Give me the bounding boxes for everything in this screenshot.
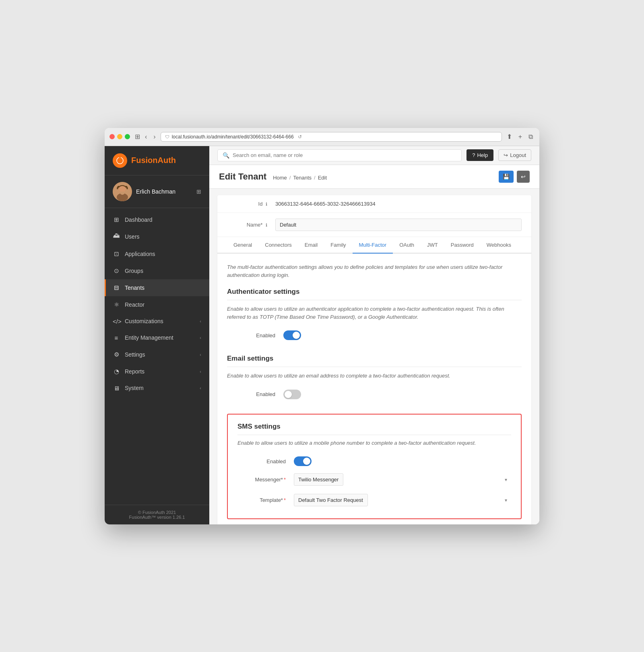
settings-icon: ⚙ bbox=[113, 351, 120, 358]
template-select[interactable]: Default Two Factor Request bbox=[294, 494, 368, 506]
footer-line1: © FusionAuth 2021 bbox=[113, 510, 201, 515]
reload-icon[interactable]: ↺ bbox=[298, 134, 302, 140]
sidebar-item-dashboard[interactable]: ⊞ Dashboard bbox=[105, 211, 209, 228]
save-button[interactable]: 💾 bbox=[499, 171, 514, 183]
profile-info: Erlich Bachman bbox=[136, 188, 175, 195]
users-label: Users bbox=[125, 233, 140, 240]
back-nav-button[interactable]: ↩ bbox=[517, 171, 530, 183]
messenger-select[interactable]: Twilio Messenger bbox=[294, 473, 343, 486]
page-title: Edit Tenant bbox=[219, 171, 266, 182]
authenticator-enabled-label: Enabled bbox=[227, 332, 283, 338]
name-label: Name* ℹ bbox=[227, 222, 275, 228]
close-button[interactable] bbox=[109, 134, 115, 139]
sms-toggle-slider bbox=[294, 456, 312, 466]
sms-description: Enable to allow users to utilize a mobil… bbox=[237, 439, 511, 447]
help-button[interactable]: ? Help bbox=[466, 149, 493, 161]
top-header: 🔍 ? Help ↪ Logout bbox=[209, 146, 539, 165]
authenticator-enabled-row: Enabled bbox=[227, 327, 522, 343]
sidebar-profile: Erlich Bachman ⊞ bbox=[105, 175, 209, 208]
tab-connectors[interactable]: Connectors bbox=[258, 237, 298, 254]
sidebar-item-label: Dashboard bbox=[125, 217, 153, 223]
tab-multi-factor[interactable]: Multi-Factor bbox=[353, 237, 393, 254]
svg-point-2 bbox=[119, 157, 121, 158]
sms-settings-section: SMS settings Enable to allow users to ut… bbox=[227, 414, 522, 520]
customizations-icon: </> bbox=[113, 318, 120, 325]
email-settings-description: Enable to allow users to utilize an emai… bbox=[227, 372, 522, 380]
tab-webhooks[interactable]: Webhooks bbox=[480, 237, 518, 254]
authenticator-settings-section: Authenticator settings Enable to allow u… bbox=[227, 288, 522, 343]
sidebar-logo: FusionAuth bbox=[105, 146, 209, 175]
sidebar-item-groups[interactable]: ⊙ Groups bbox=[105, 262, 209, 279]
authenticator-title: Authenticator settings bbox=[227, 288, 522, 300]
tab-jwt[interactable]: JWT bbox=[421, 237, 444, 254]
tabs-button[interactable]: ⧉ bbox=[527, 132, 535, 141]
sidebar-item-reactor[interactable]: ⚛ Reactor bbox=[105, 296, 209, 313]
logout-icon: ↪ bbox=[504, 152, 508, 158]
profile-menu-icon[interactable]: ⊞ bbox=[196, 188, 201, 195]
template-label: Template* bbox=[237, 497, 294, 503]
logout-button[interactable]: ↪ Logout bbox=[498, 149, 531, 161]
tenants-icon: ⊟ bbox=[113, 284, 120, 291]
reactor-icon: ⚛ bbox=[113, 301, 120, 308]
authenticator-toggle[interactable] bbox=[283, 330, 301, 340]
name-info-icon: ℹ bbox=[266, 223, 267, 227]
sms-toggle[interactable] bbox=[294, 456, 312, 466]
sidebar-item-tenants[interactable]: ⊟ Tenants bbox=[105, 279, 209, 296]
authenticator-toggle-slider bbox=[283, 330, 301, 340]
email-enabled-label: Enabled bbox=[227, 391, 283, 397]
tab-password[interactable]: Password bbox=[444, 237, 480, 254]
system-label: System bbox=[125, 385, 144, 391]
tab-email[interactable]: Email bbox=[298, 237, 324, 254]
share-button[interactable]: ⬆ bbox=[505, 132, 514, 141]
url-text: local.fusionauth.io/admin/tenant/edit/30… bbox=[172, 134, 294, 140]
id-row: Id ℹ 30663132-6464-6665-3032-32646661393… bbox=[217, 195, 531, 213]
email-toggle-slider bbox=[283, 390, 301, 399]
breadcrumb-home[interactable]: Home bbox=[273, 175, 287, 181]
forward-button[interactable]: › bbox=[152, 132, 157, 141]
sms-title: SMS settings bbox=[237, 423, 511, 435]
form-card: Id ℹ 30663132-6464-6665-3032-32646661393… bbox=[217, 195, 531, 524]
maximize-button[interactable] bbox=[125, 134, 130, 139]
entity-management-icon: ≡ bbox=[113, 334, 120, 341]
groups-icon: ⊙ bbox=[113, 267, 120, 274]
footer-line2: FusionAuth™ version 1.26.1 bbox=[113, 515, 201, 520]
name-input[interactable] bbox=[275, 219, 522, 231]
back-button[interactable]: ‹ bbox=[143, 132, 149, 141]
search-input[interactable] bbox=[233, 152, 456, 158]
email-settings-title: Email settings bbox=[227, 355, 522, 367]
messenger-label: Messenger* bbox=[237, 477, 294, 483]
sidebar-item-entity-management[interactable]: ≡ Entity Management ‹ bbox=[105, 330, 209, 346]
sidebar-item-system[interactable]: 🖥 System ‹ bbox=[105, 380, 209, 396]
content-area: Id ℹ 30663132-6464-6665-3032-32646661393… bbox=[209, 189, 539, 524]
email-toggle[interactable] bbox=[283, 390, 301, 399]
logo-text: FusionAuth bbox=[131, 156, 176, 165]
system-arrow-icon: ‹ bbox=[200, 386, 201, 390]
tab-oauth[interactable]: OAuth bbox=[393, 237, 421, 254]
authenticator-description: Enable to allow users to utilize an auth… bbox=[227, 305, 522, 321]
new-tab-button[interactable]: + bbox=[517, 132, 524, 141]
tab-general[interactable]: General bbox=[227, 237, 258, 254]
sidebar-nav: ⊞ Dashboard Users ⊡ Applications ⊙ Group… bbox=[105, 208, 209, 505]
search-box[interactable]: 🔍 bbox=[217, 149, 462, 161]
email-settings-section: Email settings Enable to allow users to … bbox=[227, 355, 522, 402]
tab-family[interactable]: Family bbox=[324, 237, 352, 254]
sidebar-toggle-button[interactable]: ⊞ bbox=[135, 133, 140, 140]
svg-point-1 bbox=[119, 159, 121, 162]
page-actions: 💾 ↩ bbox=[499, 171, 530, 183]
template-select-wrapper: Default Two Factor Request ▾ bbox=[294, 494, 511, 506]
reactor-label: Reactor bbox=[125, 301, 144, 308]
sidebar-item-applications[interactable]: ⊡ Applications bbox=[105, 246, 209, 262]
sidebar: FusionAuth bbox=[105, 146, 209, 524]
sidebar-item-settings[interactable]: ⚙ Settings ‹ bbox=[105, 346, 209, 363]
messenger-select-wrapper: Twilio Messenger ▾ bbox=[294, 473, 511, 486]
sidebar-item-reports[interactable]: ◔ Reports ‹ bbox=[105, 363, 209, 380]
minimize-button[interactable] bbox=[117, 134, 122, 139]
page-header: Edit Tenant Home / Tenants / Edit 💾 ↩ bbox=[209, 165, 539, 189]
app-layout: FusionAuth bbox=[105, 146, 539, 524]
address-bar[interactable]: 🛡 local.fusionauth.io/admin/tenant/edit/… bbox=[161, 132, 502, 142]
breadcrumb-tenants[interactable]: Tenants bbox=[293, 175, 312, 181]
sidebar-item-users[interactable]: Users bbox=[105, 228, 209, 246]
breadcrumb: Home / Tenants / Edit bbox=[273, 175, 327, 181]
avatar-image bbox=[113, 182, 132, 201]
sidebar-item-customizations[interactable]: </> Customizations ‹ bbox=[105, 313, 209, 330]
